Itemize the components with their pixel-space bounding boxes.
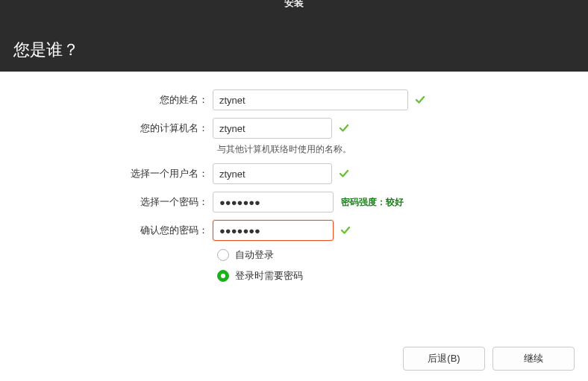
input-fullname[interactable] (213, 89, 408, 110)
label-hostname: 您的计算机名： (0, 122, 213, 135)
radio-icon (217, 270, 229, 282)
input-password[interactable] (213, 192, 334, 212)
header-bar: 安装 您是谁？ (0, 0, 588, 72)
label-fullname: 您的姓名： (0, 93, 213, 107)
form-content: 您的姓名： 您的计算机名： 与其他计算机联络时使用的名称。 选择一个用户名： 选… (0, 72, 588, 283)
login-options: 自动登录 登录时需要密码 (217, 248, 588, 283)
check-icon (414, 94, 426, 106)
label-username: 选择一个用户名： (0, 167, 213, 180)
radio-require-label: 登录时需要密码 (235, 269, 303, 283)
password-strength: 密码强度：较好 (341, 196, 404, 209)
continue-button[interactable]: 继续 (492, 347, 575, 371)
input-hostname[interactable] (213, 118, 332, 139)
label-password: 选择一个密码： (0, 195, 213, 209)
label-confirm: 确认您的密码： (0, 224, 213, 237)
back-button[interactable]: 后退(B) (403, 347, 485, 371)
window-title: 安装 (0, 0, 588, 6)
radio-require-password[interactable]: 登录时需要密码 (217, 269, 588, 283)
input-username[interactable] (213, 163, 332, 184)
check-icon (338, 122, 350, 134)
check-icon (338, 168, 350, 180)
footer-buttons: 后退(B) 继续 (403, 347, 575, 371)
page-heading: 您是谁？ (13, 39, 79, 61)
hint-hostname: 与其他计算机联络时使用的名称。 (217, 143, 588, 156)
check-icon (340, 224, 351, 236)
radio-icon (217, 249, 229, 261)
input-confirm-password[interactable] (213, 220, 334, 241)
radio-auto-login[interactable]: 自动登录 (217, 248, 588, 262)
radio-auto-label: 自动登录 (235, 248, 274, 262)
